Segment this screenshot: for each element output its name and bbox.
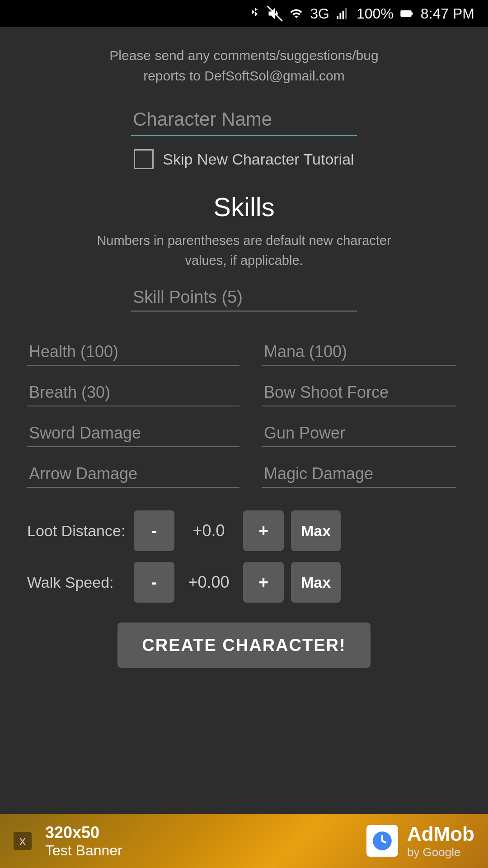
skill-gun-cell [244,411,461,452]
ad-size-text: 320x50 Test Banner [45,823,122,859]
ad-close-button[interactable]: x [14,832,32,850]
skip-tutorial-checkbox[interactable] [134,149,154,169]
skill-points-container [131,284,357,311]
ad-logo-area: AdMob by Google [366,823,474,859]
skip-tutorial-row: Skip New Character Tutorial [134,149,354,169]
walk-speed-plus-button[interactable]: + [243,562,284,603]
skill-magic-input[interactable] [262,461,456,488]
skills-grid [27,330,461,492]
walk-speed-value: +0.00 [182,573,236,592]
walk-speed-max-button[interactable]: Max [291,562,341,603]
mute-icon [267,5,283,22]
create-character-button[interactable]: CREATE CHARACTER! [117,623,371,668]
loot-distance-row: Loot Distance: - +0.0 + Max [27,510,461,551]
signal-icon [335,7,351,20]
skill-mana-input[interactable] [262,339,456,366]
skill-health-cell [27,330,244,370]
admob-logo-icon [366,825,398,857]
skill-sword-cell [27,411,244,452]
clock: 8:47 PM [421,5,474,22]
svg-rect-5 [401,11,411,17]
character-name-input[interactable] [131,104,357,136]
ad-banner: x 320x50 Test Banner AdMob by Google [0,814,488,868]
skip-tutorial-label: Skip New Character Tutorial [163,151,354,168]
skill-arrow-input[interactable] [27,461,239,488]
skill-bow-input[interactable] [262,379,456,406]
bluetooth-icon [249,5,261,22]
status-bar: 3G 100% 8:47 PM [0,0,488,27]
walk-speed-row: Walk Speed: - +0.00 + Max [27,562,461,603]
svg-rect-6 [411,13,413,15]
skills-title: Skills [213,192,274,222]
svg-rect-2 [339,13,341,19]
skill-breath-input[interactable] [27,379,239,406]
battery-icon [399,7,415,20]
svg-rect-4 [345,8,347,19]
skill-gun-input[interactable] [262,420,456,447]
admob-label: AdMob by Google [407,823,474,859]
header-subtitle: Please send any comments/suggestions/bug… [109,45,378,86]
svg-rect-1 [337,16,338,19]
battery-percent: 100% [357,5,394,22]
skill-magic-cell [244,452,461,492]
main-content: Please send any comments/suggestions/bug… [0,27,488,681]
skill-sword-input[interactable] [27,420,239,447]
character-name-container [131,104,357,136]
walk-speed-minus-button[interactable]: - [134,562,174,603]
status-icons: 3G 100% 8:47 PM [249,5,474,22]
skill-health-input[interactable] [27,339,239,366]
wifi-icon [288,7,305,20]
loot-distance-max-button[interactable]: Max [291,510,341,551]
walk-speed-label: Walk Speed: [27,574,127,591]
skill-points-input[interactable] [131,284,357,311]
loot-distance-minus-button[interactable]: - [134,510,174,551]
loot-distance-value: +0.0 [182,521,236,540]
network-type: 3G [310,5,329,22]
svg-rect-3 [343,11,344,19]
skills-description: Numbers in parentheses are default new c… [97,231,391,270]
loot-distance-plus-button[interactable]: + [243,510,284,551]
skill-arrow-cell [27,452,244,492]
skill-mana-cell [244,330,461,370]
skill-bow-cell [244,370,461,411]
skill-breath-cell [27,370,244,411]
loot-distance-label: Loot Distance: [27,522,127,540]
